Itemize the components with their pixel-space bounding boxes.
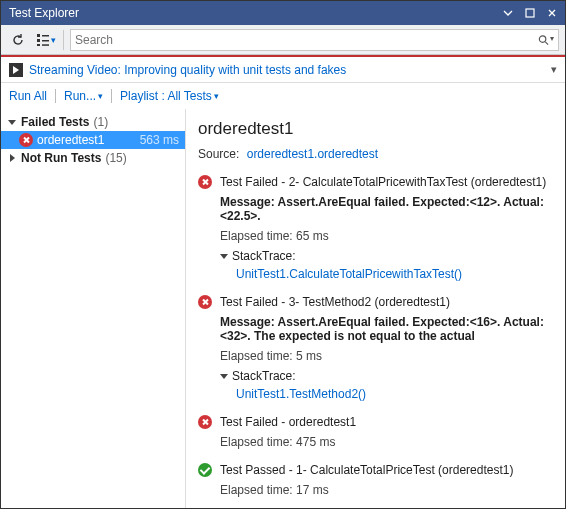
fail-icon	[19, 133, 33, 147]
playlist-button[interactable]: Playlist : All Tests ▾	[120, 89, 219, 103]
search-icon[interactable]: ▾	[538, 34, 554, 46]
svg-line-8	[545, 41, 548, 44]
main-area: Failed Tests (1) orderedtest1 563 ms Not…	[1, 109, 565, 508]
window-buttons	[499, 6, 561, 20]
svg-rect-1	[37, 34, 40, 37]
streaming-video-link[interactable]: Streaming Video: Improving quality with …	[29, 63, 346, 77]
stacktrace-toggle[interactable]: StackTrace:	[220, 249, 553, 263]
stacktrace-link[interactable]: UnitTest1.CalculateTotalPricewithTaxTest…	[236, 267, 462, 281]
group-by-icon[interactable]: ▾	[35, 29, 57, 51]
test-explorer-window: Test Explorer ▾ ▾ Streaming Video: Impro…	[0, 0, 566, 509]
search-box[interactable]: ▾	[70, 29, 559, 51]
maximize-icon[interactable]	[521, 6, 539, 20]
tree-group-notrun[interactable]: Not Run Tests (15)	[1, 149, 185, 167]
toolbar: ▾ ▾	[1, 25, 565, 55]
source-row: Source: orderedtest1.orderedtest	[198, 147, 553, 161]
video-bar-dropdown-icon[interactable]: ▾	[551, 63, 557, 76]
run-all-button[interactable]: Run All	[9, 89, 47, 103]
details-pane: orderedtest1 Source: orderedtest1.ordere…	[186, 109, 565, 508]
video-bar: Streaming Video: Improving quality with …	[1, 57, 565, 83]
expand-icon	[220, 374, 228, 379]
command-bar: Run All Run... ▾ Playlist : All Tests ▾	[1, 83, 565, 109]
refresh-icon[interactable]	[7, 29, 29, 51]
svg-rect-2	[37, 39, 40, 42]
stacktrace-label: StackTrace:	[232, 369, 296, 383]
window-dropdown-icon[interactable]	[499, 6, 517, 20]
test-result: Test Failed - 2- CalculateTotalPricewith…	[198, 175, 553, 281]
test-duration: 563 ms	[140, 133, 179, 147]
tree-group-failed[interactable]: Failed Tests (1)	[1, 113, 185, 131]
result-elapsed: Elapsed time: 65 ms	[220, 229, 553, 243]
fail-icon	[198, 175, 212, 189]
test-result: Test Passed - 1- CalculateTotalPriceTest…	[198, 463, 553, 497]
result-elapsed: Elapsed time: 475 ms	[220, 435, 553, 449]
result-title: Test Failed - 3- TestMethod2 (orderedtes…	[220, 295, 450, 309]
group-label: Not Run Tests	[21, 151, 101, 165]
result-title: Test Failed - orderedtest1	[220, 415, 356, 429]
test-tree[interactable]: Failed Tests (1) orderedtest1 563 ms Not…	[1, 109, 186, 508]
tree-item-orderedtest1[interactable]: orderedtest1 563 ms	[1, 131, 185, 149]
search-input[interactable]	[75, 33, 538, 47]
fail-icon	[198, 295, 212, 309]
expand-icon	[220, 254, 228, 259]
stacktrace-link[interactable]: UnitTest1.TestMethod2()	[236, 387, 366, 401]
stacktrace-toggle[interactable]: StackTrace:	[220, 369, 553, 383]
window-title: Test Explorer	[5, 6, 79, 20]
result-elapsed: Elapsed time: 17 ms	[220, 483, 553, 497]
titlebar: Test Explorer	[1, 1, 565, 25]
command-separator	[111, 89, 112, 103]
run-button[interactable]: Run... ▾	[64, 89, 103, 103]
close-icon[interactable]	[543, 6, 561, 20]
result-elapsed: Elapsed time: 5 ms	[220, 349, 553, 363]
test-result: Test Failed - 3- TestMethod2 (orderedtes…	[198, 295, 553, 401]
test-name: orderedtest1	[37, 133, 104, 147]
svg-rect-5	[37, 44, 40, 46]
result-message: Message: Assert.AreEqual failed. Expecte…	[220, 315, 553, 343]
fail-icon	[198, 415, 212, 429]
svg-point-7	[539, 35, 545, 41]
result-message: Message: Assert.AreEqual failed. Expecte…	[220, 195, 553, 223]
source-label: Source:	[198, 147, 239, 161]
expand-icon[interactable]	[8, 120, 16, 125]
group-count: (15)	[105, 151, 126, 165]
command-separator	[55, 89, 56, 103]
test-result: Test Failed - orderedtest1Elapsed time: …	[198, 415, 553, 449]
svg-rect-3	[42, 35, 49, 37]
svg-rect-6	[42, 44, 49, 46]
group-count: (1)	[93, 115, 108, 129]
result-title: Test Failed - 2- CalculateTotalPricewith…	[220, 175, 546, 189]
result-title: Test Passed - 1- CalculateTotalPriceTest…	[220, 463, 513, 477]
group-label: Failed Tests	[21, 115, 89, 129]
toolbar-separator	[63, 30, 64, 50]
source-link[interactable]: orderedtest1.orderedtest	[247, 147, 378, 161]
details-title: orderedtest1	[198, 119, 553, 139]
svg-rect-0	[526, 9, 534, 17]
pass-icon	[198, 463, 212, 477]
svg-rect-4	[42, 40, 49, 42]
stacktrace-label: StackTrace:	[232, 249, 296, 263]
play-icon	[9, 63, 23, 77]
results-list: Test Failed - 2- CalculateTotalPricewith…	[198, 175, 553, 497]
collapse-icon[interactable]	[10, 154, 15, 162]
